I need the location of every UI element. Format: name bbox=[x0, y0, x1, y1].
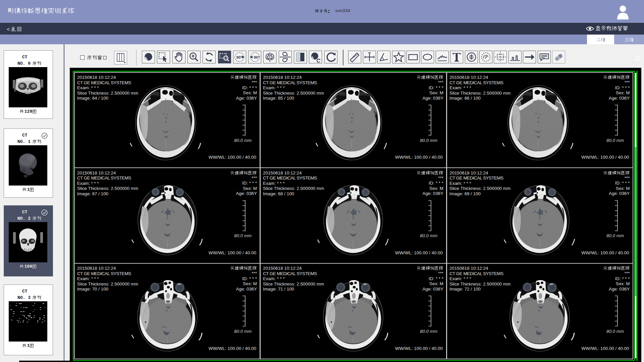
svg-text:90°: 90° bbox=[254, 55, 260, 59]
svg-text:90°: 90° bbox=[236, 55, 243, 59]
